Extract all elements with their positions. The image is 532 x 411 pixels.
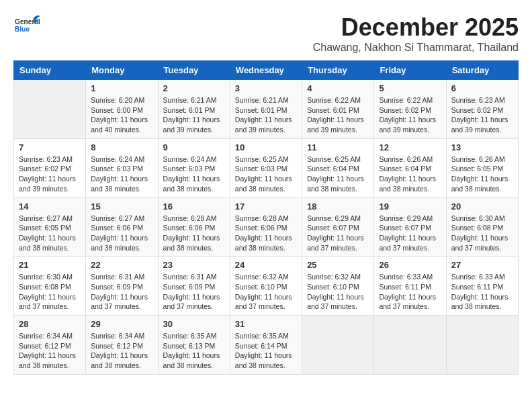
calendar-cell: 27Sunrise: 6:33 AMSunset: 6:11 PMDayligh… xyxy=(446,257,518,316)
calendar-cell: 24Sunrise: 6:32 AMSunset: 6:10 PMDayligh… xyxy=(230,257,302,316)
logo: General Blue xyxy=(13,13,40,37)
calendar-cell: 25Sunrise: 6:32 AMSunset: 6:10 PMDayligh… xyxy=(302,257,374,316)
day-number: 27 xyxy=(451,260,513,270)
day-number: 8 xyxy=(91,142,152,152)
day-number: 20 xyxy=(451,201,513,212)
day-number: 13 xyxy=(451,142,513,152)
day-number: 16 xyxy=(163,201,225,212)
day-info: Sunrise: 6:24 AMSunset: 6:03 PMDaylight:… xyxy=(91,154,152,194)
day-number: 21 xyxy=(19,260,81,270)
week-row-5: 28Sunrise: 6:34 AMSunset: 6:12 PMDayligh… xyxy=(14,316,519,375)
day-info: Sunrise: 6:35 AMSunset: 6:13 PMDaylight:… xyxy=(163,331,225,371)
day-info: Sunrise: 6:24 AMSunset: 6:03 PMDaylight:… xyxy=(163,154,225,194)
day-info: Sunrise: 6:32 AMSunset: 6:10 PMDaylight:… xyxy=(307,272,369,312)
day-info: Sunrise: 6:27 AMSunset: 6:06 PMDaylight:… xyxy=(91,214,152,253)
day-info: Sunrise: 6:28 AMSunset: 6:06 PMDaylight:… xyxy=(163,214,225,253)
day-info: Sunrise: 6:21 AMSunset: 6:01 PMDaylight:… xyxy=(235,95,297,135)
day-number: 18 xyxy=(307,201,369,212)
day-info: Sunrise: 6:35 AMSunset: 6:14 PMDaylight:… xyxy=(235,331,297,371)
day-info: Sunrise: 6:33 AMSunset: 6:11 PMDaylight:… xyxy=(451,272,513,312)
day-info: Sunrise: 6:33 AMSunset: 6:11 PMDaylight:… xyxy=(379,272,441,312)
calendar-cell: 16Sunrise: 6:28 AMSunset: 6:06 PMDayligh… xyxy=(158,197,230,257)
day-info: Sunrise: 6:30 AMSunset: 6:08 PMDaylight:… xyxy=(19,272,81,312)
calendar-cell: 28Sunrise: 6:34 AMSunset: 6:12 PMDayligh… xyxy=(14,316,86,375)
calendar-cell: 11Sunrise: 6:25 AMSunset: 6:04 PMDayligh… xyxy=(302,138,374,197)
day-number: 15 xyxy=(91,201,152,212)
week-row-1: 1Sunrise: 6:20 AMSunset: 6:00 PMDaylight… xyxy=(14,80,519,139)
day-number: 17 xyxy=(235,201,297,212)
calendar-cell xyxy=(14,80,86,139)
day-number: 6 xyxy=(451,83,513,93)
header: General Blue December 2025 Chawang, Nakh… xyxy=(13,13,519,54)
calendar-cell: 9Sunrise: 6:24 AMSunset: 6:03 PMDaylight… xyxy=(158,138,230,197)
calendar-cell: 12Sunrise: 6:26 AMSunset: 6:04 PMDayligh… xyxy=(374,138,446,197)
calendar-cell xyxy=(446,316,518,375)
calendar-cell: 5Sunrise: 6:22 AMSunset: 6:02 PMDaylight… xyxy=(374,80,446,139)
day-number: 11 xyxy=(307,142,369,152)
calendar-cell: 23Sunrise: 6:31 AMSunset: 6:09 PMDayligh… xyxy=(158,257,230,316)
day-info: Sunrise: 6:22 AMSunset: 6:02 PMDaylight:… xyxy=(379,95,441,135)
day-info: Sunrise: 6:29 AMSunset: 6:07 PMDaylight:… xyxy=(307,214,369,253)
calendar-cell: 22Sunrise: 6:31 AMSunset: 6:09 PMDayligh… xyxy=(86,257,158,316)
calendar-table: SundayMondayTuesdayWednesdayThursdayFrid… xyxy=(13,60,519,375)
week-row-2: 7Sunrise: 6:23 AMSunset: 6:02 PMDaylight… xyxy=(14,138,519,197)
calendar-cell: 10Sunrise: 6:25 AMSunset: 6:03 PMDayligh… xyxy=(230,138,302,197)
day-number: 19 xyxy=(379,201,441,212)
weekday-header-monday: Monday xyxy=(86,61,158,80)
calendar-cell: 15Sunrise: 6:27 AMSunset: 6:06 PMDayligh… xyxy=(86,197,158,257)
day-info: Sunrise: 6:25 AMSunset: 6:04 PMDaylight:… xyxy=(307,154,369,194)
day-info: Sunrise: 6:23 AMSunset: 6:02 PMDaylight:… xyxy=(19,154,81,194)
day-info: Sunrise: 6:31 AMSunset: 6:09 PMDaylight:… xyxy=(163,272,225,312)
calendar-cell: 14Sunrise: 6:27 AMSunset: 6:05 PMDayligh… xyxy=(14,197,86,257)
month-title: December 2025 xyxy=(313,13,519,42)
day-number: 26 xyxy=(379,260,441,270)
calendar-cell: 8Sunrise: 6:24 AMSunset: 6:03 PMDaylight… xyxy=(86,138,158,197)
calendar-cell: 7Sunrise: 6:23 AMSunset: 6:02 PMDaylight… xyxy=(14,138,86,197)
day-info: Sunrise: 6:26 AMSunset: 6:04 PMDaylight:… xyxy=(379,154,441,194)
day-info: Sunrise: 6:22 AMSunset: 6:01 PMDaylight:… xyxy=(307,95,369,135)
calendar-cell: 13Sunrise: 6:26 AMSunset: 6:05 PMDayligh… xyxy=(446,138,518,197)
day-info: Sunrise: 6:30 AMSunset: 6:08 PMDaylight:… xyxy=(451,214,513,253)
calendar-cell: 30Sunrise: 6:35 AMSunset: 6:13 PMDayligh… xyxy=(158,316,230,375)
day-number: 7 xyxy=(19,142,81,152)
calendar-cell xyxy=(302,316,374,375)
day-number: 12 xyxy=(379,142,441,152)
weekday-header-tuesday: Tuesday xyxy=(158,61,230,80)
calendar-cell: 1Sunrise: 6:20 AMSunset: 6:00 PMDaylight… xyxy=(86,80,158,139)
day-number: 29 xyxy=(91,319,152,329)
week-row-3: 14Sunrise: 6:27 AMSunset: 6:05 PMDayligh… xyxy=(14,197,519,257)
logo-icon: General Blue xyxy=(13,13,40,37)
day-number: 28 xyxy=(19,319,81,329)
week-row-4: 21Sunrise: 6:30 AMSunset: 6:08 PMDayligh… xyxy=(14,257,519,316)
day-info: Sunrise: 6:20 AMSunset: 6:00 PMDaylight:… xyxy=(91,95,152,135)
day-number: 14 xyxy=(19,201,81,212)
svg-text:Blue: Blue xyxy=(15,26,30,33)
day-info: Sunrise: 6:23 AMSunset: 6:02 PMDaylight:… xyxy=(451,95,513,135)
day-info: Sunrise: 6:34 AMSunset: 6:12 PMDaylight:… xyxy=(19,331,81,371)
day-number: 1 xyxy=(91,83,152,93)
day-number: 5 xyxy=(379,83,441,93)
day-info: Sunrise: 6:26 AMSunset: 6:05 PMDaylight:… xyxy=(451,154,513,194)
calendar-cell: 3Sunrise: 6:21 AMSunset: 6:01 PMDaylight… xyxy=(230,80,302,139)
calendar-cell: 26Sunrise: 6:33 AMSunset: 6:11 PMDayligh… xyxy=(374,257,446,316)
day-info: Sunrise: 6:25 AMSunset: 6:03 PMDaylight:… xyxy=(235,154,297,194)
calendar-cell: 6Sunrise: 6:23 AMSunset: 6:02 PMDaylight… xyxy=(446,80,518,139)
calendar-cell xyxy=(374,316,446,375)
day-info: Sunrise: 6:27 AMSunset: 6:05 PMDaylight:… xyxy=(19,214,81,253)
day-number: 3 xyxy=(235,83,297,93)
calendar-cell: 19Sunrise: 6:29 AMSunset: 6:07 PMDayligh… xyxy=(374,197,446,257)
day-info: Sunrise: 6:31 AMSunset: 6:09 PMDaylight:… xyxy=(91,272,152,312)
calendar-cell: 21Sunrise: 6:30 AMSunset: 6:08 PMDayligh… xyxy=(14,257,86,316)
day-number: 2 xyxy=(163,83,225,93)
calendar-cell: 20Sunrise: 6:30 AMSunset: 6:08 PMDayligh… xyxy=(446,197,518,257)
day-info: Sunrise: 6:34 AMSunset: 6:12 PMDaylight:… xyxy=(91,331,152,371)
day-number: 4 xyxy=(307,83,369,93)
day-number: 30 xyxy=(163,319,225,329)
day-info: Sunrise: 6:21 AMSunset: 6:01 PMDaylight:… xyxy=(163,95,225,135)
calendar-cell: 17Sunrise: 6:28 AMSunset: 6:06 PMDayligh… xyxy=(230,197,302,257)
day-number: 24 xyxy=(235,260,297,270)
day-info: Sunrise: 6:32 AMSunset: 6:10 PMDaylight:… xyxy=(235,272,297,312)
day-number: 25 xyxy=(307,260,369,270)
weekday-header-wednesday: Wednesday xyxy=(230,61,302,80)
weekday-header-thursday: Thursday xyxy=(302,61,374,80)
